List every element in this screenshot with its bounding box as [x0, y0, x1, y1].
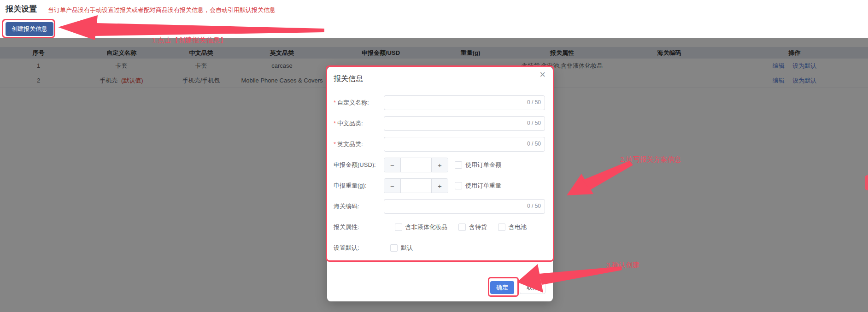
checkbox-label: 使用订单重量: [465, 182, 501, 190]
use-order-amount-checkbox[interactable]: 使用订单金额: [455, 161, 501, 169]
hs-code-input[interactable]: [384, 199, 545, 214]
set-default-label: 设置默认:: [334, 244, 384, 252]
char-counter: 0 / 50: [527, 141, 541, 147]
annotation-step-2: 2.填写报关方案信息: [620, 155, 681, 164]
customs-info-form: *自定义名称: 0 / 50 *中文品类: 0 / 50 *英文品类:: [334, 95, 545, 261]
amount-label: 申报金额(USD):: [334, 161, 384, 169]
weight-input[interactable]: [401, 179, 431, 193]
checkbox-label: 含特货: [469, 223, 487, 231]
checkbox-icon: [455, 161, 462, 169]
form-row-custom-name: *自定义名称: 0 / 50: [334, 95, 545, 110]
form-row-amount: 申报金额(USD): − + 使用订单金额: [334, 158, 545, 172]
page-warning-text: 当订单产品没有手动设置过报关或者配对商品没有报关信息，会自动引用默认报关信息: [48, 6, 276, 14]
non-liquid-cosmetics-checkbox[interactable]: 含非液体化妆品: [395, 223, 447, 231]
minus-icon[interactable]: −: [384, 179, 401, 193]
dialog-title: 报关信息: [334, 74, 363, 84]
annotation-step-1: 1.点击【创建报关信息】: [152, 36, 227, 45]
form-row-attributes: 报关属性: 含非液体化妆品 含特货 含电池: [334, 220, 545, 235]
weight-stepper: − +: [384, 178, 448, 193]
en-category-input[interactable]: [384, 137, 545, 152]
use-order-weight-checkbox[interactable]: 使用订单重量: [455, 182, 501, 190]
required-mark: *: [334, 120, 336, 127]
form-row-weight: 申报重量(g): − + 使用订单重量: [334, 178, 545, 193]
form-row-set-default: 设置默认: 默认: [334, 241, 545, 255]
edge-annotation-sliver: [865, 175, 868, 190]
default-checkbox[interactable]: 默认: [390, 244, 413, 252]
arrow-1-shaft: [94, 23, 324, 36]
en-category-label: *英文品类:: [334, 140, 384, 148]
form-row-cn-category: *中文品类: 0 / 50: [334, 116, 545, 131]
close-icon[interactable]: ×: [540, 69, 545, 81]
create-customs-info-button[interactable]: 创建报关信息: [6, 22, 53, 36]
form-row-en-category: *英文品类: 0 / 50: [334, 137, 545, 152]
cancel-button[interactable]: 取消: [520, 281, 545, 294]
checkbox-icon: [390, 244, 398, 252]
checkbox-label: 默认: [401, 244, 413, 252]
custom-name-input[interactable]: [384, 95, 545, 110]
checkbox-icon: [458, 224, 466, 231]
custom-name-label: *自定义名称:: [334, 99, 384, 107]
hs-code-label: 海关编码:: [334, 202, 384, 211]
special-goods-checkbox[interactable]: 含特货: [458, 223, 487, 231]
weight-label: 申报重量(g):: [334, 182, 384, 190]
page-title: 报关设置: [6, 4, 37, 14]
cn-category-label: *中文品类:: [334, 119, 384, 128]
cn-category-input[interactable]: [384, 116, 545, 131]
checkbox-label: 使用订单金额: [465, 161, 501, 169]
required-mark: *: [334, 99, 336, 106]
char-counter: 0 / 50: [527, 120, 541, 126]
char-counter: 0 / 50: [527, 99, 541, 106]
checkbox-icon: [395, 224, 402, 231]
plus-icon[interactable]: +: [431, 158, 448, 172]
required-mark: *: [334, 141, 336, 147]
checkbox-icon: [455, 182, 462, 189]
customs-info-dialog: 报关信息 × *自定义名称: 0 / 50 *中文品类: 0 / 50: [327, 67, 553, 301]
attributes-label: 报关属性:: [334, 223, 384, 231]
dialog-footer: 确定 取消: [490, 281, 545, 294]
minus-icon[interactable]: −: [384, 158, 401, 172]
arrow-1-head: [58, 15, 98, 40]
amount-stepper: − +: [384, 158, 448, 172]
plus-icon[interactable]: +: [431, 179, 448, 193]
char-counter: 0 / 50: [527, 203, 541, 209]
checkbox-label: 含电池: [509, 223, 527, 231]
battery-checkbox[interactable]: 含电池: [498, 223, 527, 231]
checkbox-label: 含非液体化妆品: [405, 223, 447, 231]
form-row-hs-code: 海关编码: 0 / 50: [334, 199, 545, 214]
checkbox-icon: [498, 224, 505, 231]
confirm-button[interactable]: 确定: [490, 281, 514, 294]
customs-settings-page: 报关设置 当订单产品没有手动设置过报关或者配对商品没有报关信息，会自动引用默认报…: [0, 0, 868, 312]
annotation-step-3: 3.确认创建: [606, 261, 640, 270]
amount-input[interactable]: [401, 158, 431, 172]
